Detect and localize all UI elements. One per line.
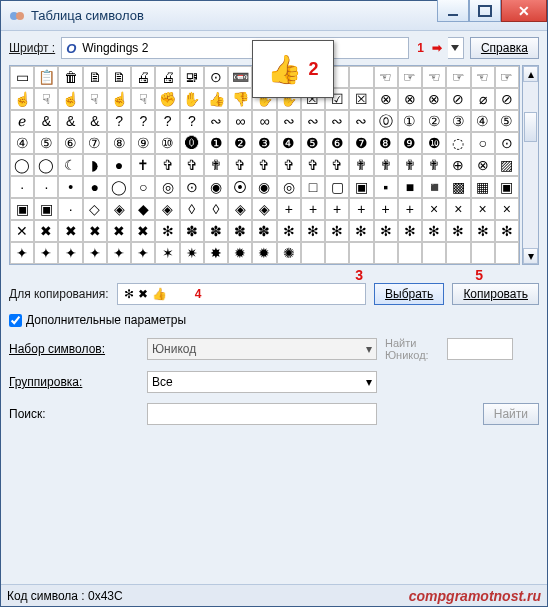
- grid-cell[interactable]: ▣: [495, 176, 519, 198]
- charset-combo[interactable]: Юникод▾: [147, 338, 377, 360]
- grid-cell[interactable]: ✖: [131, 220, 155, 242]
- grid-cell[interactable]: ✹: [228, 242, 252, 264]
- grid-cell[interactable]: ✻: [277, 220, 301, 242]
- grid-cell[interactable]: ✽: [228, 220, 252, 242]
- grid-cell[interactable]: ④: [471, 110, 495, 132]
- grid-cell[interactable]: ∾: [301, 110, 325, 132]
- grid-cell[interactable]: ·: [10, 176, 34, 198]
- grid-cell[interactable]: ②: [422, 110, 446, 132]
- grid-cell[interactable]: ⊕: [446, 154, 470, 176]
- grid-cell[interactable]: [349, 242, 373, 264]
- minimize-button[interactable]: [437, 0, 469, 22]
- search-input[interactable]: [147, 403, 377, 425]
- grid-cell[interactable]: 🗎: [107, 66, 131, 88]
- grid-cell[interactable]: ▭: [10, 66, 34, 88]
- grid-cell[interactable]: ✻: [471, 220, 495, 242]
- grid-cell[interactable]: ✖: [58, 220, 82, 242]
- grid-cell[interactable]: ◯: [34, 154, 58, 176]
- grid-cell[interactable]: ✟: [398, 154, 422, 176]
- grid-cell[interactable]: ○: [471, 132, 495, 154]
- copy-field[interactable]: ✻ ✖ 👍 4: [117, 283, 366, 305]
- grid-cell[interactable]: ◈: [107, 198, 131, 220]
- grid-cell[interactable]: ✝: [131, 154, 155, 176]
- grid-cell[interactable]: ☞: [495, 66, 519, 88]
- grid-cell[interactable]: ☝: [58, 88, 82, 110]
- grid-cell[interactable]: 📋: [34, 66, 58, 88]
- grid-cell[interactable]: ℯ: [10, 110, 34, 132]
- grid-cell[interactable]: ▣: [349, 176, 373, 198]
- grid-cell[interactable]: □: [301, 176, 325, 198]
- grid-cell[interactable]: ◈: [155, 198, 179, 220]
- grid-cell[interactable]: ✟: [204, 154, 228, 176]
- grid-cell[interactable]: ⑧: [107, 132, 131, 154]
- grid-cell[interactable]: ✸: [204, 242, 228, 264]
- grid-cell[interactable]: ✞: [277, 154, 301, 176]
- grid-cell[interactable]: ×: [446, 198, 470, 220]
- scroll-up-button[interactable]: ▴: [523, 66, 538, 82]
- grid-cell[interactable]: ☞: [446, 66, 470, 88]
- grid-cell[interactable]: •: [58, 176, 82, 198]
- grid-cell[interactable]: ✻: [495, 220, 519, 242]
- grid-cell[interactable]: ⑨: [131, 132, 155, 154]
- grid-cell[interactable]: ?: [180, 110, 204, 132]
- grid-cell[interactable]: ◉: [204, 176, 228, 198]
- close-button[interactable]: ✕: [501, 0, 547, 22]
- grid-cell[interactable]: [325, 242, 349, 264]
- grid-cell[interactable]: ✺: [277, 242, 301, 264]
- help-button[interactable]: Справка: [470, 37, 539, 59]
- grid-cell[interactable]: 👎: [228, 88, 252, 110]
- grid-cell[interactable]: ⑥: [58, 132, 82, 154]
- grid-cell[interactable]: [495, 242, 519, 264]
- grid-cell[interactable]: ⊗: [471, 154, 495, 176]
- grid-cell[interactable]: ❾: [398, 132, 422, 154]
- grid-cell[interactable]: ●: [107, 154, 131, 176]
- grid-cell[interactable]: ∾: [349, 110, 373, 132]
- grid-cell[interactable]: 🖨: [155, 66, 179, 88]
- grid-cell[interactable]: ✹: [252, 242, 276, 264]
- font-dropdown-button[interactable]: [448, 37, 464, 59]
- maximize-button[interactable]: [469, 0, 501, 22]
- grid-cell[interactable]: ❻: [325, 132, 349, 154]
- grid-cell[interactable]: ✋: [180, 88, 204, 110]
- grid-cell[interactable]: ✞: [252, 154, 276, 176]
- grid-cell[interactable]: ✻: [155, 220, 179, 242]
- grid-cell[interactable]: ?: [107, 110, 131, 132]
- advanced-checkbox[interactable]: Дополнительные параметры: [9, 313, 539, 327]
- grid-cell[interactable]: ✻: [398, 220, 422, 242]
- grid-cell[interactable]: ?: [131, 110, 155, 132]
- grid-cell[interactable]: ⓪: [374, 110, 398, 132]
- grid-cell[interactable]: [374, 242, 398, 264]
- grid-cell[interactable]: ❸: [252, 132, 276, 154]
- grid-cell[interactable]: ✖: [107, 220, 131, 242]
- grid-cell[interactable]: ✕: [10, 220, 34, 242]
- grid-cell[interactable]: ⊙: [204, 66, 228, 88]
- grid-cell[interactable]: ✻: [349, 220, 373, 242]
- grid-cell[interactable]: &: [58, 110, 82, 132]
- grid-cell[interactable]: ☝: [107, 88, 131, 110]
- grid-cell[interactable]: ✽: [204, 220, 228, 242]
- grid-cell[interactable]: [422, 242, 446, 264]
- grid-cell[interactable]: ◈: [252, 198, 276, 220]
- scroll-down-button[interactable]: ▾: [523, 248, 538, 264]
- grid-cell[interactable]: ◎: [277, 176, 301, 198]
- grid-cell[interactable]: ·: [34, 176, 58, 198]
- grid-cell[interactable]: ⑤: [495, 110, 519, 132]
- grid-cell[interactable]: ∾: [325, 110, 349, 132]
- grid-cell[interactable]: ◾: [422, 176, 446, 198]
- grid-cell[interactable]: ⊗: [422, 88, 446, 110]
- grid-cell[interactable]: &: [83, 110, 107, 132]
- grid-cell[interactable]: 🗎: [83, 66, 107, 88]
- grid-cell[interactable]: [446, 242, 470, 264]
- grid-cell[interactable]: ✻: [301, 220, 325, 242]
- grid-cell[interactable]: ☟: [131, 88, 155, 110]
- grid-cell[interactable]: ✽: [252, 220, 276, 242]
- grid-cell[interactable]: ▦: [471, 176, 495, 198]
- grid-cell[interactable]: ?: [155, 110, 179, 132]
- grid-cell[interactable]: ⊙: [495, 132, 519, 154]
- grid-cell[interactable]: ☜: [422, 66, 446, 88]
- copy-button[interactable]: Копировать: [452, 283, 539, 305]
- grid-cell[interactable]: ✞: [228, 154, 252, 176]
- grid-cell[interactable]: ✦: [83, 242, 107, 264]
- grid-cell[interactable]: ✶: [155, 242, 179, 264]
- grid-cell[interactable]: ✖: [34, 220, 58, 242]
